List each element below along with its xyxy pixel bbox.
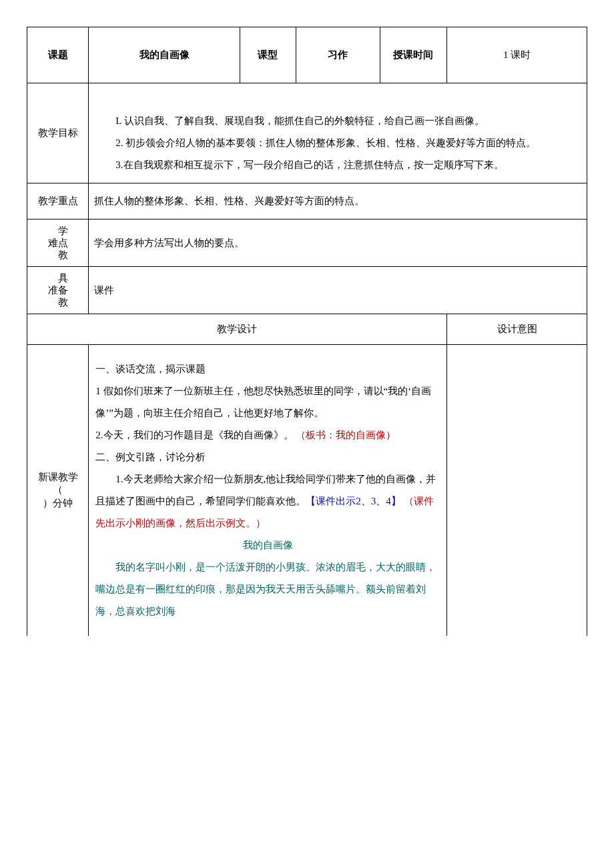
design-header-row: 教学设计 设计意图 [27,314,587,345]
header-row: 课题 我的自画像 课型 习作 授课时间 1 课时 [27,27,587,83]
difficulty-row: 难 学 点 教 学会用多种方法写出人物的要点。 [27,220,587,267]
prep-label-col1: 准 [48,284,58,296]
section-side-label: 新课教学 （ ）分钟 [27,345,89,636]
goal-label-text: 教学目标 [38,127,78,138]
focus-content: 抓住人物的整体形象、长相、性格、兴趣爱好等方面的特点。 [89,183,587,220]
design-right-label: 设计意图 [447,314,587,345]
time-label: 授课时间 [380,27,447,83]
prep-label-c2c: 教 [58,296,68,308]
design-left-label: 教学设计 [27,314,447,345]
lesson-content: 一、谈话交流，揭示课题 1 假如你们班来了一位新班主任，他想尽快熟悉班里的同学，… [89,345,447,636]
content-h1: 一、谈话交流，揭示课题 [95,358,440,380]
content-p3-blue: 【课件出示2、3、4】 [306,496,401,506]
section-side-l3: ）分钟 [29,497,87,510]
prep-label: 准 具 备 教 [27,267,89,314]
goal-content: L 认识自我、了解自我、展现自我，能抓住自己的外貌特征，给自己画一张自画像。 2… [89,83,587,183]
difficulty-content: 学会用多种方法写出人物的要点。 [89,220,587,267]
content-row: 新课教学 （ ）分钟 一、谈话交流，揭示课题 1 假如你们班来了一位新班主任，他… [27,345,587,636]
difficulty-label-c2c: 教 [58,249,68,261]
type-value: 习作 [296,27,380,83]
goal-line3: 3.在自我观察和相互提示下，写一段介绍自己的话，注意抓住特点，按一定顺序写下来。 [95,154,580,176]
content-p4: 我的名字叫小刚，是一个活泼开朗的小男孩。浓浓的眉毛，大大的眼睛，嘴边总是有一圈红… [95,556,440,622]
content-p2a: 2.今天，我们的习作题目是《我的自画像》。 [95,430,293,440]
goal-row: 教学目标 L 认识自我、了解自我、展现自我，能抓住自己的外貌特征，给自己画一张自… [27,83,587,183]
topic-label: 课题 [27,27,89,83]
prep-label-c2a: 具 [58,272,68,284]
type-label: 课型 [240,27,296,83]
content-p2-red: （板书：我的自画像） [296,430,396,440]
focus-row: 教学重点 抓住人物的整体形象、长相、性格、兴趣爱好等方面的特点。 [27,183,587,220]
difficulty-label-c2b: 点 [58,237,68,249]
section-side-l2: （ [29,484,87,497]
focus-label-text: 教学重点 [38,195,78,206]
difficulty-label: 难 学 点 教 [27,220,89,267]
goal-line2: 2. 初步领会介绍人物的基本要领：抓住人物的整体形象、长相、性格、兴趣爱好等方面… [95,132,580,154]
content-p3: 1.今天老师给大家介绍一位新朋友,他让我给同学们带来了他的自画像，并且描述了图画… [95,468,440,534]
difficulty-label-col1: 难 [48,237,58,249]
goal-line1: L 认识自我、了解自我、展现自我，能抓住自己的外貌特征，给自己画一张自画像。 [95,110,580,132]
time-value: 1 课时 [447,27,587,83]
section-side-l1: 新课教学 [29,471,87,484]
prep-label-c2b: 备 [58,284,68,296]
topic-value: 我的自画像 [89,27,240,83]
lesson-plan-table: 课题 我的自画像 课型 习作 授课时间 1 课时 教学目标 L 认识自我、了解自… [27,27,587,636]
design-intent-cell [447,345,587,636]
content-h2: 二、例文引路，讨论分析 [95,446,440,468]
focus-label: 教学重点 [27,183,89,220]
content-example-title: 我的自画像 [95,534,440,556]
prep-content: 课件 [89,267,587,314]
goal-label: 教学目标 [27,83,89,183]
difficulty-label-c2a: 学 [58,225,68,237]
content-p2: 2.今天，我们的习作题目是《我的自画像》。 （板书：我的自画像） [95,424,440,446]
prep-row: 准 具 备 教 课件 [27,267,587,314]
content-p1: 1 假如你们班来了一位新班主任，他想尽快熟悉班里的同学，请以“我的‘自画像’”为… [95,380,440,424]
